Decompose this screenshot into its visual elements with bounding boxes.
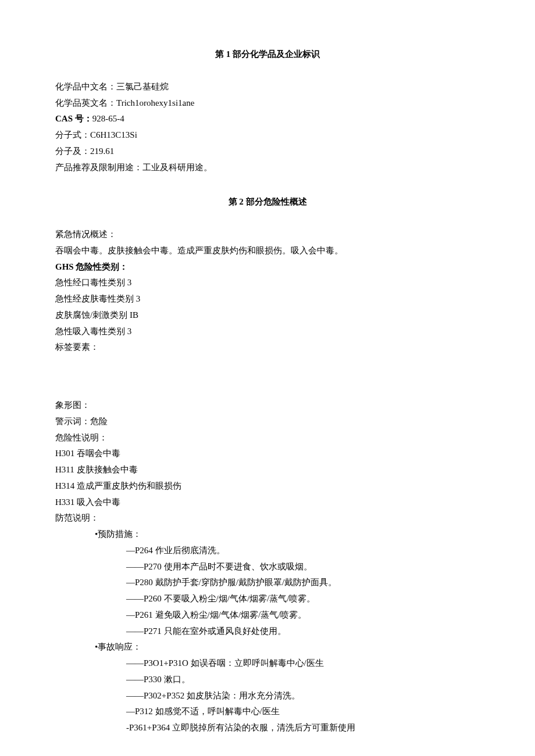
field-mw: 分子及：219.61 xyxy=(55,144,480,160)
field-cas: CAS 号：928-65-4 xyxy=(55,111,480,127)
section-2-title: 第 2 部分危险性概述 xyxy=(55,194,480,210)
prevention-item: —P280 戴防护手套/穿防护服/戴防护眼罩/戴防护面具。 xyxy=(55,575,480,591)
label-cas: CAS 号： xyxy=(55,114,92,123)
signal-label: 警示词： xyxy=(55,417,90,426)
response-item: ——P302+P352 如皮肤沾染：用水充分清洗。 xyxy=(55,688,480,704)
label-mw: 分子及： xyxy=(55,146,90,156)
response-item: —P312 如感觉不适，呼叫解毒中心/医生 xyxy=(55,704,480,720)
ghs-item: 皮肤腐蚀/刺激类别 IB xyxy=(55,307,480,324)
prevention-item: —P261 避免吸入粉尘/烟/气体/烟雾/蒸气/喷雾。 xyxy=(55,607,480,624)
value-cas: 928-65-4 xyxy=(92,114,124,123)
ghs-label: GHS 危险性类别： xyxy=(55,259,480,275)
label-name-cn: 化学品中文名： xyxy=(55,82,116,91)
response-item: ——P330 漱口。 xyxy=(55,672,480,688)
label-name-en: 化学品英文名： xyxy=(55,98,116,108)
signal-word-line: 警示词：危险 xyxy=(55,414,480,430)
hazard-item: H311 皮肤接触会中毒 xyxy=(55,462,480,478)
prevention-item: ——P271 只能在室外或通风良好处使用。 xyxy=(55,624,480,640)
ghs-item: 急性吸入毒性类别 3 xyxy=(55,324,480,340)
pictogram-placeholder xyxy=(55,356,480,397)
precaution-label: 防范说明： xyxy=(55,510,480,526)
response-item: ——P3O1+P31O 如误吞咽：立即呼叫解毒中心/医生 xyxy=(55,655,480,672)
field-formula: 分子式：C6H13C13Si xyxy=(55,127,480,144)
section-1-title: 第 1 部分化学品及企业标识 xyxy=(55,46,480,63)
value-name-en: Trich1orohexy1si1ane xyxy=(116,98,194,108)
value-mw: 219.61 xyxy=(90,146,114,156)
response-heading: •事故响应： xyxy=(55,639,480,655)
pictogram-label: 象形图： xyxy=(55,397,480,414)
prevention-item: ——P260 不要吸入粉尘/烟/气体/烟雾/蒸气/喷雾。 xyxy=(55,591,480,607)
response-item: -P361+P364 立即脱掉所有沾染的衣服，清洗后方可重新使用 xyxy=(55,720,480,736)
prevention-item: —P264 作业后彻底清洗。 xyxy=(55,543,480,559)
emergency-text: 吞咽会中毒。皮肤接触会中毒。造成严重皮肤灼伤和眼损伤。吸入会中毒。 xyxy=(55,243,480,259)
document-page: 第 1 部分化学品及企业标识 化学品中文名：三氯己基硅烷 化学品英文名：Tric… xyxy=(0,0,535,756)
prevention-item: ——P270 使用本产品时不要进食、饮水或吸烟。 xyxy=(55,559,480,575)
field-name-cn: 化学品中文名：三氯己基硅烷 xyxy=(55,79,480,95)
hazard-item: H331 吸入会中毒 xyxy=(55,495,480,511)
hazard-label: 危险性说明： xyxy=(55,430,480,446)
emergency-label: 紧急情况概述： xyxy=(55,227,480,243)
label-formula: 分子式： xyxy=(55,130,90,139)
hazard-item: H314 造成严重皮肤灼伤和眼损伤 xyxy=(55,478,480,495)
value-use: 工业及科研用途。 xyxy=(142,163,212,172)
value-name-cn: 三氯己基硅烷 xyxy=(116,82,169,91)
ghs-item: 急性经口毒性类别 3 xyxy=(55,275,480,291)
field-name-en: 化学品英文名：Trich1orohexy1si1ane xyxy=(55,95,480,112)
hazard-item: H301 吞咽会中毒 xyxy=(55,446,480,462)
field-use: 产品推荐及限制用途：工业及科研用途。 xyxy=(55,160,480,176)
prevention-heading: •预防措施： xyxy=(55,526,480,543)
signal-word: 危险 xyxy=(90,417,108,426)
label-elements: 标签要素： xyxy=(55,339,480,356)
label-use: 产品推荐及限制用途： xyxy=(55,163,142,172)
ghs-item: 急性经皮肤毒性类别 3 xyxy=(55,291,480,307)
value-formula: C6H13C13Si xyxy=(90,130,137,139)
